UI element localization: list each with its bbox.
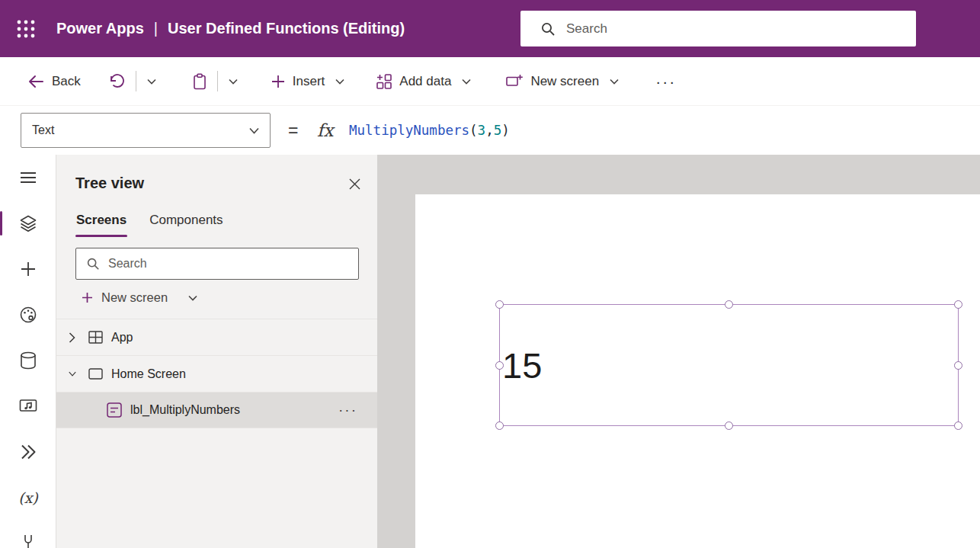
tab-components[interactable]: Components [149, 213, 223, 237]
formula-bar: Text = fx MultiplyNumbers(3,5) [0, 106, 980, 155]
chevron-down-icon [69, 370, 76, 377]
formula-paren-close: ) [501, 123, 510, 138]
plus-icon [21, 261, 36, 277]
tree-view-icon [19, 214, 37, 232]
rail-item-tree-view[interactable] [0, 200, 56, 246]
undo-button[interactable] [108, 74, 125, 89]
screen-icon [88, 368, 103, 380]
tree-search[interactable] [75, 248, 359, 280]
formula-paren-open: ( [469, 123, 478, 138]
hamburger-icon [20, 171, 37, 184]
tree-item-lbl-multiplynumbers[interactable]: lbl_MultiplyNumbers ··· [56, 392, 377, 428]
rail-item-data[interactable] [0, 338, 56, 383]
rail-item-variables[interactable]: (x) [0, 475, 56, 521]
undo-icon [108, 74, 125, 89]
resize-handle-bottom-left[interactable] [495, 421, 504, 430]
panel-title: Tree view [75, 175, 144, 192]
left-rail: (x) [0, 155, 56, 548]
rail-item-power-automate[interactable] [0, 429, 56, 475]
undo-dropdown-button[interactable] [147, 79, 156, 85]
tree-item-label-text: Home Screen [111, 367, 377, 381]
insert-button[interactable]: Insert [271, 74, 345, 89]
canvas-area[interactable]: 15 [377, 155, 980, 548]
panel-tabs: Screens Components [75, 213, 224, 237]
app-icon [88, 330, 103, 345]
waffle-icon [16, 19, 36, 39]
chevron-down-icon [229, 79, 238, 85]
new-screen-label: New screen [101, 290, 168, 305]
back-label: Back [52, 74, 81, 89]
search-icon [86, 257, 100, 271]
rail-item-media[interactable] [0, 383, 56, 429]
tree-search-input[interactable] [108, 257, 358, 271]
tools-icon [21, 534, 36, 548]
power-automate-icon [20, 444, 37, 460]
title-group: Power Apps | User Defined Functions (Edi… [56, 20, 405, 37]
add-data-label: Add data [399, 74, 451, 89]
label-text: 15 [500, 348, 542, 383]
collapse-menu-button[interactable] [0, 155, 56, 200]
close-icon [349, 178, 360, 190]
formula-input[interactable]: MultiplyNumbers(3,5) [349, 123, 972, 138]
add-data-icon [376, 74, 392, 89]
plus-icon [271, 75, 285, 88]
app-title: User Defined Functions (Editing) [168, 20, 405, 37]
formula-arg-2: 5 [494, 123, 502, 138]
chevron-down-icon [188, 295, 197, 301]
close-panel-button[interactable] [342, 171, 367, 196]
app-launcher-button[interactable] [9, 12, 43, 46]
tree-list: App Home Screen lbl_MultiplyNumbers ··· [56, 319, 377, 428]
divider [136, 71, 136, 91]
equals-sign: = [288, 120, 298, 141]
rail-item-advanced-tools[interactable] [0, 521, 56, 548]
resize-handle-bottom-right[interactable] [954, 421, 962, 430]
chevron-right-icon [69, 332, 75, 343]
rail-item-theme[interactable] [0, 292, 56, 338]
database-icon [20, 351, 37, 370]
header-search[interactable] [520, 11, 916, 46]
label-control-icon [107, 402, 122, 418]
chevron-down-icon [147, 79, 156, 85]
tree-item-label-text: App [111, 331, 377, 345]
overflow-menu-button[interactable]: ··· [655, 78, 676, 85]
resize-handle-middle-right[interactable] [954, 361, 962, 370]
active-indicator [0, 211, 2, 236]
title-separator: | [154, 20, 158, 37]
new-screen-button[interactable]: New screen [506, 74, 619, 89]
resize-handle-top-left[interactable] [495, 300, 504, 309]
resize-handle-top-right[interactable] [954, 300, 962, 309]
brand-title: Power Apps [56, 20, 144, 37]
item-more-button[interactable]: ··· [338, 402, 357, 418]
tab-screens[interactable]: Screens [75, 213, 127, 237]
tree-view-panel: Tree view Screens Components New screen … [56, 155, 377, 548]
divider [217, 71, 218, 91]
chevron-down-icon [462, 79, 471, 85]
selected-label-control[interactable]: 15 [499, 304, 959, 426]
panel-new-screen-button[interactable]: New screen [82, 290, 197, 305]
formula-arg-1: 3 [478, 123, 486, 138]
chevron-down-icon [249, 127, 259, 134]
resize-handle-top-center[interactable] [725, 300, 733, 309]
app-screen[interactable]: 15 [415, 194, 980, 548]
tree-item-app[interactable]: App [56, 319, 377, 355]
back-button[interactable]: Back [27, 74, 81, 89]
resize-handle-bottom-center[interactable] [725, 421, 733, 430]
rail-item-insert[interactable] [0, 246, 56, 292]
property-selector[interactable]: Text [21, 113, 271, 148]
chevron-down-icon [610, 79, 619, 85]
tree-item-label-text: lbl_MultiplyNumbers [130, 403, 338, 417]
new-screen-label: New screen [530, 74, 599, 89]
add-data-button[interactable]: Add data [376, 74, 471, 89]
paste-group [193, 71, 238, 91]
formula-function: MultiplyNumbers [349, 123, 469, 138]
paste-dropdown-button[interactable] [229, 79, 238, 85]
chevron-down-icon [335, 79, 344, 85]
paste-button[interactable] [193, 73, 207, 90]
resize-handle-middle-left[interactable] [495, 361, 504, 370]
palette-icon [19, 306, 37, 324]
media-icon [19, 398, 37, 415]
header-search-input[interactable] [566, 21, 916, 37]
plus-icon [82, 292, 93, 303]
tree-item-home-screen[interactable]: Home Screen [56, 355, 377, 392]
new-screen-icon [506, 74, 523, 88]
